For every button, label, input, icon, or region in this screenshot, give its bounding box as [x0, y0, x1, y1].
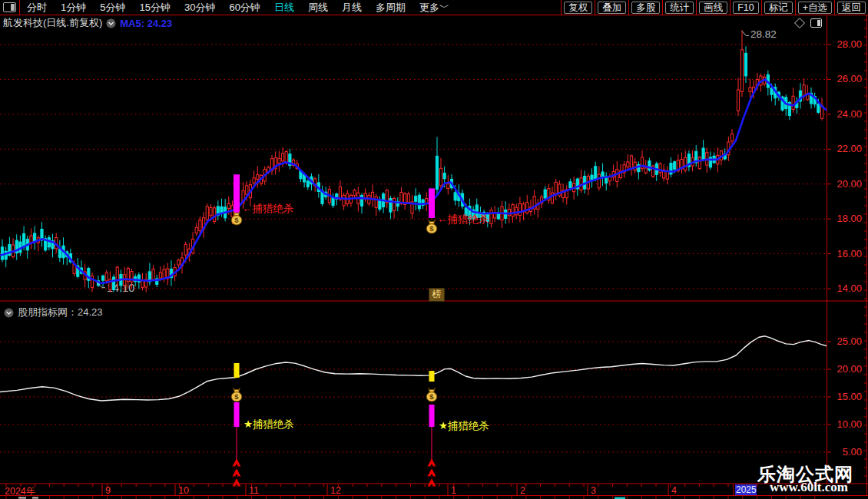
buy-arrow-icon [428, 468, 436, 477]
buy-arrow-icon [428, 478, 436, 487]
buy-arrow-icon [233, 478, 241, 487]
toolbar-cell: 标记 [761, 0, 795, 15]
sub-collapse-chevron-icon[interactable] [4, 308, 14, 318]
toolbar-buttons: 复权叠加多股统计画线F10标记+自选返回 [561, 0, 868, 15]
signal-bar-sub [429, 405, 435, 427]
period-menu-item[interactable]: 30分钟 [177, 0, 222, 15]
rank-badge[interactable]: 榜 [429, 288, 445, 302]
signal-bar-yellow [234, 363, 240, 378]
signal-bar-main [234, 174, 240, 213]
chart-canvas[interactable]: $$$$ [0, 0, 868, 499]
money-bag-icon: $ [426, 220, 437, 233]
period-menu-item[interactable]: 日线 [267, 0, 301, 15]
period-menu-item[interactable]: 月线 [335, 0, 369, 15]
period-menu-item[interactable]: 多周期 [369, 0, 412, 15]
svg-text:$: $ [234, 216, 239, 224]
period-menu-item[interactable]: 分时 [20, 0, 54, 15]
period-menu: 分时1分钟5分钟15分钟30分钟60分钟日线周线月线多周期更多﹀ [20, 0, 456, 15]
toolbar-button[interactable]: 返回 [837, 2, 866, 14]
window-split-icon[interactable] [3, 2, 16, 12]
period-menu-item[interactable]: 5分钟 [93, 0, 132, 15]
toolbar-button[interactable]: 统计 [665, 2, 694, 14]
toolbar-cell: 复权 [561, 0, 595, 15]
top-toolbar: 分时1分钟5分钟15分钟30分钟60分钟日线周线月线多周期更多﹀ 复权叠加多股统… [0, 0, 868, 15]
toolbar-button[interactable]: 复权 [564, 2, 592, 14]
toolbar-cell: 统计 [662, 0, 696, 15]
signal-bar-main [429, 188, 435, 218]
indicator-line [0, 336, 827, 401]
period-menu-item[interactable]: 1分钟 [54, 0, 93, 15]
collapse-chevron-icon[interactable] [106, 18, 116, 28]
svg-text:$: $ [429, 392, 434, 401]
toolbar-cell: +自选 [795, 0, 834, 15]
money-bag-icon: $ [231, 388, 242, 402]
toolbar-button[interactable]: 标记 [764, 2, 793, 14]
toolbar-cell: 叠加 [595, 0, 628, 15]
svg-text:$: $ [429, 224, 434, 233]
period-menu-item[interactable]: 更多﹀ [412, 0, 456, 15]
watermark-url: www.60lt.com [770, 480, 848, 495]
toolbar-cell: 多股 [628, 0, 662, 15]
date-highlight: 2025 [735, 484, 757, 495]
buy-arrow-icon [428, 458, 436, 467]
period-menu-item[interactable]: 周线 [301, 0, 335, 15]
indicator-title: 股朋指标网：24.23 [18, 306, 103, 319]
ma5-label: MA5: 24.23 [120, 18, 172, 29]
period-menu-item[interactable]: 60分钟 [222, 0, 267, 15]
toolbar-button[interactable]: 画线 [699, 2, 727, 14]
signal-bar-sub [234, 402, 240, 427]
toolbar-button[interactable]: 叠加 [598, 2, 626, 14]
diamond-icon[interactable] [794, 18, 805, 28]
ma5-line [0, 79, 827, 283]
toolbar-button[interactable]: +自选 [798, 2, 832, 14]
toolbar-button[interactable]: 多股 [631, 2, 660, 14]
buy-arrow-icon [233, 458, 241, 467]
toolbar-cell: 返回 [834, 0, 868, 15]
money-bag-icon: $ [426, 388, 437, 402]
svg-text:$: $ [234, 392, 239, 401]
toolbar-cell: 画线 [696, 0, 730, 15]
period-menu-item[interactable]: 15分钟 [132, 0, 177, 15]
pane-split-icon[interactable] [810, 18, 822, 28]
stock-title: 航发科技(日线.前复权) [3, 16, 102, 30]
gridlines [0, 45, 827, 452]
peak-pointer [742, 31, 749, 35]
buy-arrow-icon [233, 468, 241, 477]
signal-bar-yellow [429, 371, 435, 382]
toolbar-button[interactable]: F10 [733, 2, 759, 14]
toolbar-cell: F10 [730, 0, 761, 15]
